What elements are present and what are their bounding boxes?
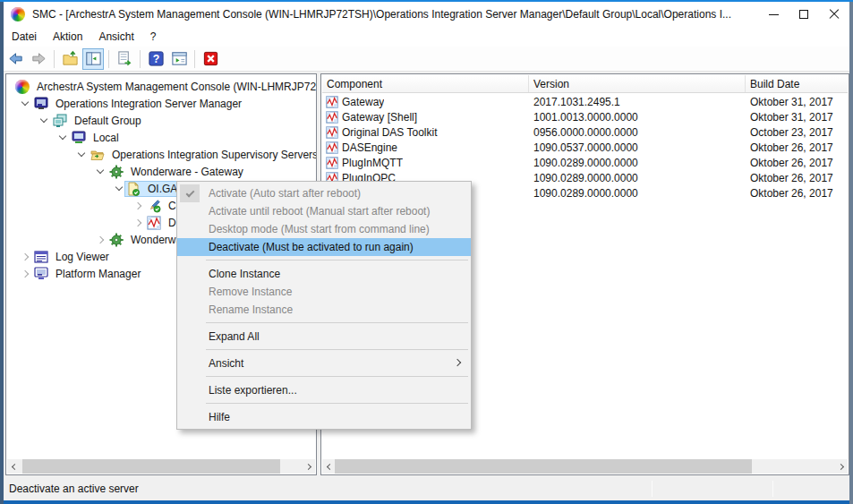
menu-datei[interactable]: Datei xyxy=(4,29,45,45)
log-viewer-icon xyxy=(34,250,48,264)
tree-horizontal-scrollbar[interactable] xyxy=(7,459,315,474)
component-icon xyxy=(326,111,338,124)
forward-button[interactable] xyxy=(28,48,49,70)
menu-ansicht[interactable]: Ansicht xyxy=(90,29,141,45)
chevron-down-icon xyxy=(78,149,85,157)
export-list-icon xyxy=(116,50,133,67)
menu-item-hilfe[interactable]: Hilfe xyxy=(177,408,471,426)
up-folder-icon xyxy=(62,50,79,67)
table-row[interactable]: Original DAS Toolkit 0956.0000.0000.0000… xyxy=(322,124,833,140)
statusbar: Deactivate an active server xyxy=(4,477,849,500)
chevron-down-icon xyxy=(97,167,104,174)
component-icon xyxy=(326,141,338,154)
action-pane-icon xyxy=(171,50,188,67)
table-row[interactable]: PlugInMQTT 1090.0289.0000.0000 Oktober 2… xyxy=(322,155,833,170)
table-row[interactable]: DASEngine 1090.0537.0000.0000 Oktober 26… xyxy=(322,140,833,155)
toolbar-separator xyxy=(194,50,195,68)
column-header-version[interactable]: Version xyxy=(529,75,746,92)
computer-group-icon xyxy=(53,114,67,128)
component-icon xyxy=(326,157,338,169)
minimize-icon xyxy=(769,14,779,15)
menu-item-ansicht[interactable]: Ansicht xyxy=(177,355,471,372)
tree-item-log-viewer[interactable]: Log Viewer xyxy=(19,248,112,265)
menu-item-remove-instance: Remove Instance xyxy=(177,283,471,301)
menu-separator xyxy=(177,256,471,265)
menu-separator xyxy=(177,319,471,328)
toolbar-separator xyxy=(54,50,55,68)
export-list-button[interactable] xyxy=(114,48,135,70)
chevron-right-icon xyxy=(97,235,104,243)
show-console-tree-button[interactable] xyxy=(82,48,104,70)
status-text: Deactivate an active server xyxy=(9,483,139,495)
show-action-pane-button[interactable] xyxy=(168,48,190,70)
tree-item-default-group[interactable]: Default Group xyxy=(38,112,144,129)
close-button[interactable] xyxy=(819,4,849,25)
context-menu: Activate (Auto start after reboot) Activ… xyxy=(176,181,472,430)
tree-item-local[interactable]: Local xyxy=(56,129,122,146)
scroll-left-arrow[interactable] xyxy=(7,459,21,474)
toolbar-separator xyxy=(108,50,109,68)
scrollbar-thumb[interactable] xyxy=(335,459,752,474)
table-row[interactable]: Gateway [Shell] 1001.0013.0000.0000 Okto… xyxy=(322,109,833,124)
back-icon xyxy=(7,50,24,67)
table-row[interactable]: Gateway 2017.1031.2495.1 Oktober 31, 201… xyxy=(322,94,833,109)
forward-icon xyxy=(30,50,47,67)
chevron-down-icon xyxy=(40,115,47,123)
delete-button[interactable] xyxy=(200,48,221,70)
column-header-build-date[interactable]: Build Date xyxy=(746,75,848,92)
instance-active-icon xyxy=(126,182,141,196)
menu-help[interactable]: ? xyxy=(142,29,165,45)
menu-separator xyxy=(177,346,471,355)
chevron-down-icon xyxy=(115,184,123,191)
chevron-right-icon xyxy=(21,269,29,277)
folder-open-icon xyxy=(90,148,105,162)
menu-item-deactivate[interactable]: Deactivate (Must be activated to run aga… xyxy=(177,238,471,256)
tree-item-archestra-root[interactable]: ArchestrA System Management Console (WIN… xyxy=(15,78,317,95)
maximize-button[interactable] xyxy=(789,4,819,25)
gear-icon xyxy=(109,165,124,179)
toolbar: ? xyxy=(4,47,849,72)
up-one-level-button[interactable] xyxy=(59,48,81,70)
component-icon xyxy=(326,126,338,139)
configuration-icon xyxy=(147,199,161,213)
smc-window: SMC - [ArchestrA System Management Conso… xyxy=(0,0,853,504)
menu-separator xyxy=(177,399,471,408)
tree-item-operations-integration-supervisory-servers[interactable]: Operations Integration Supervisory Serve… xyxy=(75,146,317,163)
tree-item-platform-manager[interactable]: Platform Manager xyxy=(19,265,143,282)
chevron-right-icon xyxy=(134,201,141,209)
statusbar-divider xyxy=(652,481,653,497)
checked-indicator xyxy=(180,184,200,202)
help-button[interactable]: ? xyxy=(145,48,166,70)
scrollbar-thumb[interactable] xyxy=(22,459,280,474)
chevron-down-icon xyxy=(59,132,66,140)
statusbar-divider xyxy=(772,481,773,497)
minimize-button[interactable] xyxy=(758,4,789,25)
tree-item-operations-integration-server-manager[interactable]: Operations Integration Server Manager xyxy=(19,95,244,112)
help-icon: ? xyxy=(148,50,165,67)
gear-icon xyxy=(109,233,124,247)
window-title: SMC - [ArchestrA System Management Conso… xyxy=(32,8,758,21)
chevron-right-icon xyxy=(21,252,29,260)
menu-item-clone-instance[interactable]: Clone Instance xyxy=(177,265,471,283)
menu-separator xyxy=(177,372,471,381)
scroll-right-arrow[interactable] xyxy=(833,459,848,474)
menu-item-rename-instance: Rename Instance xyxy=(177,301,471,319)
menu-item-activate-until-reboot: Activate until reboot (Manual start afte… xyxy=(177,202,471,220)
smc-app-icon xyxy=(11,7,25,21)
maximize-icon xyxy=(799,10,808,19)
chevron-down-icon xyxy=(21,98,29,106)
archestra-icon xyxy=(15,80,30,94)
back-button[interactable] xyxy=(4,48,26,70)
menu-item-desktop-mode: Desktop mode (Must start from command li… xyxy=(177,220,471,238)
delete-icon xyxy=(202,50,219,67)
column-header-component[interactable]: Component xyxy=(322,75,529,92)
submenu-arrow-icon xyxy=(454,359,461,366)
menu-aktion[interactable]: Aktion xyxy=(45,29,90,45)
tree-item-wonderware-gateway[interactable]: Wonderware - Gateway xyxy=(94,163,246,180)
menu-item-expand-all[interactable]: Expand All xyxy=(177,328,471,346)
menubar: Datei Aktion Ansicht ? xyxy=(4,27,849,47)
close-icon xyxy=(829,9,840,20)
menu-item-liste-exportieren[interactable]: Liste exportieren... xyxy=(177,381,471,399)
scroll-right-arrow[interactable] xyxy=(301,459,315,474)
list-horizontal-scrollbar[interactable] xyxy=(322,459,848,474)
